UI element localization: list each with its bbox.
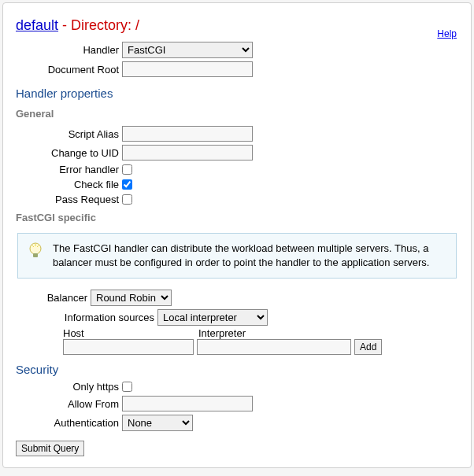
authentication-label: Authentication bbox=[16, 417, 122, 429]
authentication-select[interactable]: None bbox=[122, 415, 193, 431]
allow-from-label: Allow From bbox=[16, 398, 122, 410]
change-uid-label: Change to UID bbox=[16, 147, 122, 159]
balancer-label: Balancer bbox=[16, 292, 91, 304]
script-alias-label: Script Alias bbox=[16, 128, 122, 140]
host-label: Host bbox=[63, 327, 198, 339]
pass-request-checkbox[interactable] bbox=[122, 194, 132, 205]
only-https-label: Only https bbox=[16, 381, 122, 393]
general-subheading: General bbox=[16, 103, 458, 124]
directory-path: - Directory: / bbox=[58, 17, 139, 33]
handler-properties-heading: Handler properties bbox=[16, 79, 458, 103]
script-alias-input[interactable] bbox=[122, 126, 253, 142]
only-https-checkbox[interactable] bbox=[122, 382, 132, 392]
config-panel: default - Directory: / Help Handler Fast… bbox=[2, 2, 472, 468]
handler-label: Handler bbox=[16, 44, 122, 56]
help-link[interactable]: Help bbox=[437, 28, 457, 39]
submit-button[interactable]: Submit Query bbox=[16, 441, 84, 456]
information-sources-label: Information sources bbox=[16, 312, 157, 323]
document-root-input[interactable] bbox=[122, 61, 253, 77]
add-button[interactable]: Add bbox=[354, 339, 382, 355]
error-handler-label: Error handler bbox=[16, 164, 122, 175]
header: default - Directory: / Help bbox=[3, 3, 471, 40]
balancer-select[interactable]: Round Robin bbox=[91, 290, 172, 306]
fastcgi-subheading: FastCGI specific bbox=[16, 207, 458, 228]
change-uid-input[interactable] bbox=[122, 145, 253, 161]
svg-rect-1 bbox=[33, 253, 38, 257]
lightbulb-icon bbox=[28, 242, 43, 262]
error-handler-checkbox[interactable] bbox=[122, 164, 132, 175]
tip-text: The FastCGI handler can distribute the w… bbox=[53, 242, 446, 270]
security-heading: Security bbox=[16, 355, 458, 379]
host-input[interactable] bbox=[63, 339, 194, 355]
handler-select[interactable]: FastCGI bbox=[122, 42, 253, 58]
interpreter-label: Interpreter bbox=[198, 327, 246, 339]
check-file-checkbox[interactable] bbox=[122, 179, 132, 190]
breadcrumb-default-link[interactable]: default bbox=[16, 17, 58, 33]
tip-box: The FastCGI handler can distribute the w… bbox=[17, 233, 457, 279]
pass-request-label: Pass Request bbox=[16, 194, 122, 205]
information-sources-select[interactable]: Local interpreter bbox=[157, 309, 268, 326]
allow-from-input[interactable] bbox=[122, 396, 253, 411]
document-root-label: Document Root bbox=[16, 64, 122, 76]
interpreter-input[interactable] bbox=[197, 339, 351, 355]
check-file-label: Check file bbox=[16, 179, 122, 190]
